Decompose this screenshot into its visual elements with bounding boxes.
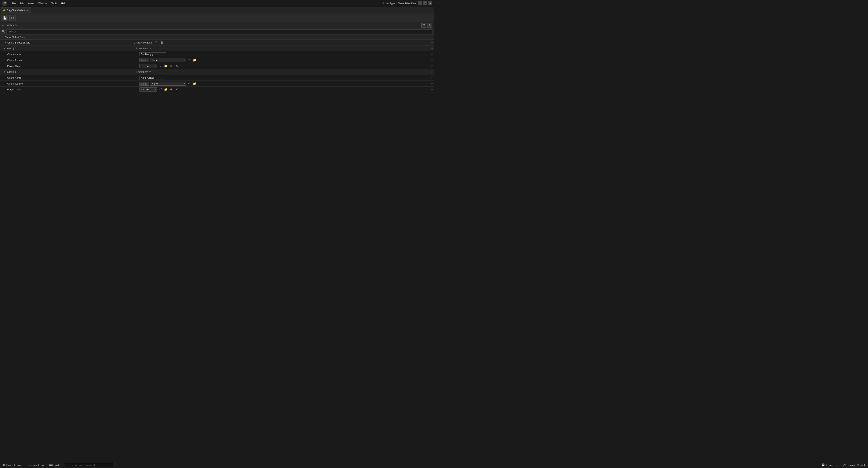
- close-button[interactable]: ✕: [428, 1, 432, 5]
- settings-button[interactable]: ⚙: [427, 23, 432, 28]
- chara-texture-0-value: None None ↺ 📁: [138, 57, 430, 63]
- index-1-chevron: ▼: [4, 71, 6, 73]
- array-chevron: ▼: [4, 41, 6, 44]
- chara-name-0-input[interactable]: [139, 52, 166, 56]
- tab-modified-dot: [3, 9, 5, 11]
- menu-help[interactable]: Help: [59, 2, 68, 5]
- player-class-1-select-wrapper: BP_Aoko: [139, 87, 157, 91]
- chara-texture-0-reset-button[interactable]: ↩: [430, 58, 434, 62]
- search-bar: 🔍: [0, 28, 434, 35]
- player-class-0-reset-icon-btn[interactable]: ↺: [158, 64, 163, 68]
- index-1-reset-button[interactable]: ↩: [430, 70, 434, 74]
- chara-texture-1-value: None None ↺ 📁: [138, 81, 430, 86]
- chara-texture-1-reset-icon-btn[interactable]: ↺: [187, 81, 191, 86]
- minimize-button[interactable]: ─: [418, 1, 422, 5]
- save-button[interactable]: 💾: [2, 15, 8, 21]
- property-row-chara-texture-0: Chara Texture None None ↺ 📁 ↩: [0, 57, 434, 63]
- player-class-1-value: BP_Aoko ↺ 📁 ⊕ ✕: [138, 87, 430, 92]
- array-row-reset-button[interactable]: ↩: [430, 41, 434, 44]
- chara-name-1-value: [138, 75, 430, 80]
- player-class-0-reset-button[interactable]: ↩: [430, 64, 434, 68]
- chara-name-1-input[interactable]: [139, 76, 166, 80]
- maximize-button[interactable]: ⧉: [423, 1, 427, 5]
- asset-type-label: Asset Type:: [383, 2, 396, 5]
- chara-name-0-label: Chara Name: [5, 52, 138, 57]
- section-label: Chara Select Data: [5, 36, 25, 38]
- player-class-1-add-icon-btn[interactable]: ⊕: [169, 87, 174, 92]
- tab-da-charaselect[interactable]: DA_CharaSelect ✕: [1, 7, 31, 13]
- chara-texture-0-label: Chara Texture: [5, 58, 138, 62]
- index-0-members: 3 members: [136, 47, 148, 50]
- menu-bar: File Edit Asset Window Tools Help: [10, 2, 68, 5]
- index-1-text: Index [ 1 ]: [6, 70, 17, 73]
- delete-array-button[interactable]: 🗑: [160, 40, 164, 45]
- chara-texture-0-reset-icon-btn[interactable]: ↺: [187, 58, 191, 62]
- chara-texture-0-browse-icon-btn[interactable]: 📁: [192, 58, 197, 62]
- index-0-chevron: ▼: [4, 47, 6, 50]
- chara-texture-0-select[interactable]: None: [150, 58, 186, 62]
- player-class-0-clear-icon-btn[interactable]: ✕: [175, 64, 179, 68]
- index-1-label[interactable]: ▼ Index [ 1 ]: [2, 70, 135, 74]
- ue-logo: UE: [2, 1, 7, 6]
- menu-window[interactable]: Window: [36, 2, 49, 5]
- title-bar: UE File Edit Asset Window Tools Help Ass…: [0, 0, 434, 7]
- player-class-1-clear-icon-btn[interactable]: ✕: [175, 87, 179, 92]
- index-0-reset-button[interactable]: ↩: [430, 47, 434, 50]
- toolbar: 💾 ⬡: [0, 14, 434, 22]
- index-0-label[interactable]: ▼ Index [ 0 ]: [2, 46, 135, 51]
- array-value: 2 Array elements ↺ 🗑: [133, 40, 430, 45]
- chara-texture-1-select-wrapper: None: [150, 82, 186, 86]
- index-row-1: ▼ Index [ 1 ] 3 members ▾ ↩: [0, 69, 434, 75]
- menu-file[interactable]: File: [10, 2, 18, 5]
- player-class-0-label: Player Class: [5, 64, 138, 68]
- menu-edit[interactable]: Edit: [18, 2, 26, 5]
- chara-name-0-value: [138, 52, 430, 57]
- chara-texture-0-select-wrapper: None: [150, 58, 186, 62]
- array-header-row: ▼ Chara Select Structs 2 Array elements …: [0, 40, 434, 46]
- chara-texture-1-label: Chara Texture: [5, 81, 138, 86]
- player-class-0-add-icon-btn[interactable]: ⊕: [169, 64, 174, 68]
- player-class-1-select[interactable]: BP_Aoko: [139, 87, 157, 91]
- property-row-chara-name-0: Chara Name ↩: [0, 51, 434, 57]
- menu-asset[interactable]: Asset: [26, 2, 36, 5]
- index-0-expand-button[interactable]: ▾: [149, 47, 151, 50]
- player-class-1-label: Player Class: [5, 87, 138, 92]
- player-class-1-browse-icon-btn[interactable]: 📁: [164, 87, 168, 92]
- panel-header-left: ✏ Details ✕: [2, 24, 18, 27]
- chara-texture-1-browse-icon-btn[interactable]: 📁: [192, 81, 197, 86]
- chara-name-1-reset-button[interactable]: ↩: [430, 76, 434, 79]
- property-row-chara-name-1: Chara Name ↩: [0, 75, 434, 81]
- reset-array-button[interactable]: ↺: [154, 40, 158, 45]
- player-class-0-browse-icon-btn[interactable]: 📁: [164, 64, 168, 68]
- panel-title: Details: [5, 24, 14, 27]
- index-0-value: 3 members ▾: [135, 47, 430, 51]
- player-class-1-reset-icon-btn[interactable]: ↺: [158, 87, 163, 92]
- chara-name-1-label: Chara Name: [5, 76, 138, 80]
- player-class-1-reset-button[interactable]: ↩: [430, 88, 434, 91]
- properties-content: ▼ Chara Select Data ▼ Chara Select Struc…: [0, 35, 434, 234]
- player-class-0-select[interactable]: BP_Sol: [139, 64, 157, 68]
- title-bar-right: Asset Type: CharaSelectData ─ ⧉ ✕: [383, 1, 432, 5]
- chara-name-0-reset-button[interactable]: ↩: [430, 53, 434, 56]
- array-field-label: Chara Select Structs: [7, 41, 30, 44]
- window-controls: ─ ⧉ ✕: [418, 1, 432, 5]
- menu-tools[interactable]: Tools: [49, 2, 59, 5]
- index-1-expand-button[interactable]: ▾: [149, 70, 151, 74]
- property-row-chara-texture-1: Chara Texture None None ↺ 📁 ↩: [0, 81, 434, 87]
- search-input[interactable]: [6, 29, 432, 34]
- panel-close-button[interactable]: ✕: [15, 24, 18, 27]
- index-0-text: Index [ 0 ]: [6, 47, 17, 50]
- array-label[interactable]: ▼ Chara Select Structs: [0, 40, 133, 45]
- section-chara-select-data[interactable]: ▼ Chara Select Data: [0, 35, 434, 40]
- tab-label: DA_CharaSelect: [6, 9, 25, 12]
- chara-texture-1-reset-button[interactable]: ↩: [430, 82, 434, 85]
- index-row-0: ▼ Index [ 0 ] 3 members ▾ ↩: [0, 46, 434, 51]
- browse-button[interactable]: ⬡: [9, 15, 16, 21]
- tab-close-icon[interactable]: ✕: [26, 9, 29, 12]
- title-bar-left: UE File Edit Asset Window Tools Help: [2, 1, 68, 6]
- chara-texture-1-select[interactable]: None: [150, 82, 186, 86]
- view-toggle-button[interactable]: ⊞: [422, 23, 426, 28]
- search-icon: 🔍: [2, 30, 5, 33]
- pencil-icon: ✏: [2, 24, 4, 27]
- panel-header-right: ⊞ ⚙: [422, 23, 432, 28]
